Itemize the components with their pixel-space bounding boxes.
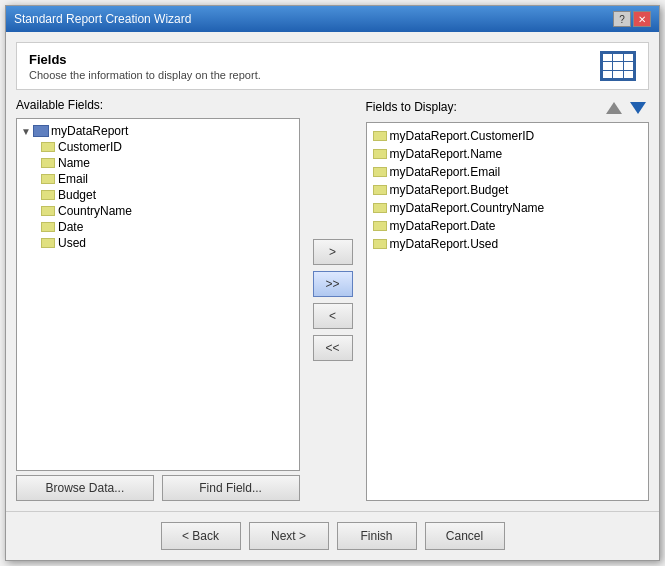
display-fields-label: Fields to Display: xyxy=(366,100,457,114)
field-label: CountryName xyxy=(58,204,132,218)
list-item[interactable]: myDataReport.CountryName xyxy=(371,199,645,217)
main-window: Standard Report Creation Wizard ? ✕ Fiel… xyxy=(5,5,660,561)
transfer-buttons-panel: > >> < << xyxy=(308,98,358,501)
help-button[interactable]: ? xyxy=(613,11,631,27)
remove-one-button[interactable]: < xyxy=(313,303,353,329)
available-fields-label: Available Fields: xyxy=(16,98,300,112)
main-panel: Available Fields: ▼ myDataReport Custome… xyxy=(16,98,649,501)
list-item[interactable]: myDataReport.Date xyxy=(371,217,645,235)
display-field-label: myDataReport.Date xyxy=(390,219,496,233)
close-button[interactable]: ✕ xyxy=(633,11,651,27)
list-item[interactable]: myDataReport.Budget xyxy=(371,181,645,199)
field-icon xyxy=(41,174,55,184)
list-item[interactable]: myDataReport.Used xyxy=(371,235,645,253)
field-icon xyxy=(41,190,55,200)
find-field-button[interactable]: Find Field... xyxy=(162,475,300,501)
field-icon xyxy=(41,238,55,248)
field-label: Used xyxy=(58,236,86,250)
list-item[interactable]: myDataReport.Email xyxy=(371,163,645,181)
list-item[interactable]: Date xyxy=(41,219,295,235)
field-icon xyxy=(41,206,55,216)
remove-all-button[interactable]: << xyxy=(313,335,353,361)
display-field-label: myDataReport.Name xyxy=(390,147,503,161)
display-field-label: myDataReport.Budget xyxy=(390,183,509,197)
list-item[interactable]: CountryName xyxy=(41,203,295,219)
tree-root-item[interactable]: ▼ myDataReport xyxy=(21,123,295,139)
list-item[interactable]: myDataReport.Name xyxy=(371,145,645,163)
display-field-label: myDataReport.Used xyxy=(390,237,499,251)
display-field-label: myDataReport.Email xyxy=(390,165,501,179)
cancel-button[interactable]: Cancel xyxy=(425,522,505,550)
header-panel: Fields Choose the information to display… xyxy=(16,42,649,90)
add-one-button[interactable]: > xyxy=(313,239,353,265)
add-all-button[interactable]: >> xyxy=(313,271,353,297)
field-icon xyxy=(373,185,387,195)
next-button[interactable]: Next > xyxy=(249,522,329,550)
display-header: Fields to Display: xyxy=(366,98,650,118)
bottom-buttons: Browse Data... Find Field... xyxy=(16,475,300,501)
list-item[interactable]: myDataReport.CustomerID xyxy=(371,127,645,145)
tree-toggle-icon: ▼ xyxy=(21,126,31,137)
footer: < Back Next > Finish Cancel xyxy=(6,511,659,560)
list-item[interactable]: Name xyxy=(41,155,295,171)
tree-children: CustomerID Name Email Budget xyxy=(21,139,295,251)
field-icon xyxy=(41,158,55,168)
list-item[interactable]: Budget xyxy=(41,187,295,203)
finish-button[interactable]: Finish xyxy=(337,522,417,550)
field-icon xyxy=(373,167,387,177)
header-text: Fields Choose the information to display… xyxy=(29,52,261,81)
tree-root-label: myDataReport xyxy=(51,124,128,138)
field-label: Email xyxy=(58,172,88,186)
content-area: Fields Choose the information to display… xyxy=(6,32,659,511)
field-icon xyxy=(41,142,55,152)
list-item[interactable]: Used xyxy=(41,235,295,251)
move-down-button[interactable] xyxy=(627,98,649,118)
field-icon xyxy=(373,239,387,249)
arrow-up-icon xyxy=(606,102,622,114)
available-fields-tree[interactable]: ▼ myDataReport CustomerID Name xyxy=(16,118,300,471)
field-icon xyxy=(41,222,55,232)
back-button[interactable]: < Back xyxy=(161,522,241,550)
field-icon xyxy=(373,221,387,231)
list-item[interactable]: CustomerID xyxy=(41,139,295,155)
arrow-down-icon xyxy=(630,102,646,114)
arrow-buttons xyxy=(603,98,649,118)
window-title: Standard Report Creation Wizard xyxy=(14,12,191,26)
field-label: CustomerID xyxy=(58,140,122,154)
list-item[interactable]: Email xyxy=(41,171,295,187)
field-icon xyxy=(373,149,387,159)
field-icon xyxy=(373,203,387,213)
available-fields-section: Available Fields: ▼ myDataReport Custome… xyxy=(16,98,300,501)
database-icon xyxy=(33,125,49,137)
header-description: Choose the information to display on the… xyxy=(29,69,261,81)
header-title: Fields xyxy=(29,52,261,67)
title-bar: Standard Report Creation Wizard ? ✕ xyxy=(6,6,659,32)
field-label: Budget xyxy=(58,188,96,202)
display-field-label: myDataReport.CountryName xyxy=(390,201,545,215)
move-up-button[interactable] xyxy=(603,98,625,118)
browse-data-button[interactable]: Browse Data... xyxy=(16,475,154,501)
field-label: Date xyxy=(58,220,83,234)
title-bar-controls: ? ✕ xyxy=(613,11,651,27)
field-icon xyxy=(373,131,387,141)
display-field-label: myDataReport.CustomerID xyxy=(390,129,535,143)
display-fields-section: Fields to Display: myDataReport.Customer… xyxy=(366,98,650,501)
report-grid-icon xyxy=(600,51,636,81)
field-label: Name xyxy=(58,156,90,170)
display-fields-list[interactable]: myDataReport.CustomerID myDataReport.Nam… xyxy=(366,122,650,501)
